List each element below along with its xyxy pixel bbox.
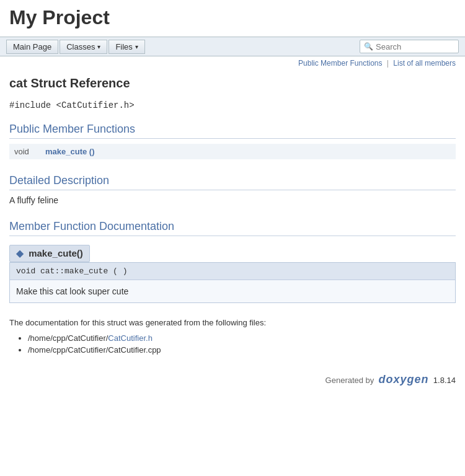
- project-title: My Project: [9, 6, 456, 29]
- member-anchor-box: ◆ make_cute(): [9, 245, 90, 262]
- catcutifier-h-link[interactable]: CatCutifier.h: [108, 333, 153, 343]
- nav-left: Main Page Classes ▾ Files ▾: [6, 40, 145, 54]
- member-description: Make this cat look super cute: [16, 286, 128, 296]
- search-box: 🔍: [360, 40, 459, 53]
- include-line: #include <CatCutifier.h>: [9, 100, 456, 110]
- member-function-doc-heading: Member Function Documentation: [9, 220, 456, 236]
- doxygen-version: 1.8.14: [433, 376, 456, 385]
- list-item: /home/cpp/CatCutifier/CatCutifier.h: [28, 333, 456, 343]
- detailed-description-text: A fluffy feline: [9, 195, 456, 205]
- separator: |: [387, 59, 389, 68]
- file2-path: /home/cpp/CatCutifier/CatCutifier.cpp: [28, 345, 161, 355]
- member-functions-table: void make_cute (): [9, 144, 456, 159]
- classes-label: Classes: [66, 42, 95, 51]
- public-member-functions-section: Public Member Functions void make_cute (…: [9, 123, 456, 159]
- make-cute-link[interactable]: make_cute (): [45, 147, 94, 156]
- struct-title: cat Struct Reference: [9, 76, 456, 90]
- detailed-description-heading: Detailed Description: [9, 174, 456, 190]
- member-detail-box: void cat::make_cute ( ) Make this cat lo…: [9, 262, 456, 303]
- generated-by-label: Generated by: [326, 376, 374, 385]
- content: cat Struct Reference #include <CatCutifi…: [0, 70, 465, 363]
- member-body: Make this cat look super cute: [10, 280, 455, 302]
- list-item: /home/cpp/CatCutifier/CatCutifier.cpp: [28, 345, 456, 355]
- footer: Generated by doxygen 1.8.14: [0, 363, 465, 392]
- generated-from-section: The documentation for this struct was ge…: [9, 318, 456, 355]
- files-list: /home/cpp/CatCutifier/CatCutifier.h /hom…: [9, 333, 456, 355]
- member-function-doc-section: Member Function Documentation ◆ make_cut…: [9, 220, 456, 303]
- classes-button[interactable]: Classes ▾: [60, 40, 107, 54]
- files-button[interactable]: Files ▾: [108, 40, 144, 54]
- list-all-members-link[interactable]: List of all members: [393, 59, 456, 68]
- function-cell: make_cute (): [40, 144, 456, 159]
- doxygen-brand: doxygen: [379, 373, 429, 386]
- navbar: Main Page Classes ▾ Files ▾ 🔍: [0, 37, 465, 56]
- search-icon: 🔍: [364, 42, 373, 51]
- function-doc-block: ◆ make_cute() void cat::make_cute ( ) Ma…: [9, 245, 456, 303]
- anchor-label: make_cute(): [29, 248, 83, 258]
- file1-path: /home/cpp/CatCutifier/: [28, 333, 108, 343]
- public-member-functions-link[interactable]: Public Member Functions: [298, 59, 382, 68]
- detailed-description-section: Detailed Description A fluffy feline: [9, 174, 456, 205]
- table-row: void make_cute (): [9, 144, 456, 159]
- files-label: Files: [115, 42, 132, 51]
- files-arrow-icon: ▾: [135, 43, 138, 50]
- main-page-label: Main Page: [13, 42, 51, 51]
- quicklinks: Public Member Functions | List of all me…: [0, 56, 465, 70]
- page-header: My Project: [0, 0, 465, 37]
- diamond-icon: ◆: [16, 248, 24, 258]
- search-input[interactable]: [376, 42, 454, 51]
- member-signature: void cat::make_cute ( ): [10, 263, 455, 280]
- public-member-functions-heading: Public Member Functions: [9, 123, 456, 139]
- generated-from-intro: The documentation for this struct was ge…: [9, 318, 456, 327]
- return-type-cell: void: [9, 144, 40, 159]
- main-page-button[interactable]: Main Page: [6, 40, 58, 54]
- classes-arrow-icon: ▾: [97, 43, 100, 50]
